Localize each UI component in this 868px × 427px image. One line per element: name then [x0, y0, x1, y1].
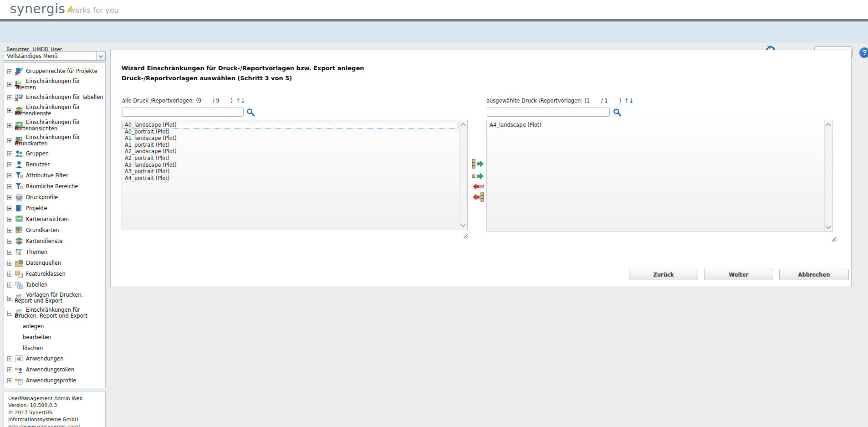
sidebar-item-gruppen[interactable]: +Gruppen [4, 149, 105, 159]
product-name: UserManagement Admin Web [8, 395, 101, 402]
expand-icon[interactable]: + [7, 82, 12, 87]
user-bar: Benutzer: UMDB_User Profil: MSSQL Sprach… [0, 21, 868, 42]
sidebar-item-löschen[interactable]: löschen [4, 343, 105, 354]
scroll-down-icon[interactable] [826, 224, 831, 229]
wizard-panel: Wizard Einschränkungen für Druck-/Report… [110, 50, 852, 287]
expand-icon[interactable]: + [7, 250, 12, 255]
sidebar-item-datenquellen[interactable]: +Datenquellen [4, 258, 105, 269]
list-item[interactable]: A1_landscape (Plot) [123, 135, 459, 142]
sidebar-item-anwendungsrollen[interactable]: +wAnwendungsrollen [4, 365, 105, 376]
sidebar-item-bearbeiten[interactable]: bearbeiten [4, 332, 105, 343]
cancel-button[interactable]: Abbrechen [779, 269, 849, 280]
menu-select-value: Vollständiges Menü [4, 53, 96, 59]
help-icon[interactable]: ? [859, 47, 868, 58]
search-icon[interactable] [613, 108, 622, 117]
expand-icon[interactable]: + [7, 173, 12, 178]
expand-icon[interactable]: + [7, 261, 12, 266]
expand-icon[interactable]: + [7, 239, 12, 244]
sidebar-item-vorlagen-für-drucken-report-und-export[interactable]: +Vorlagen für Drucken, Report und Export [4, 291, 105, 306]
sidebar-item-label: Kartenansichten [15, 216, 69, 223]
expand-icon[interactable]: + [7, 367, 12, 372]
menu-select[interactable]: Vollständiges Menü [4, 51, 106, 61]
resize-handle[interactable] [463, 233, 468, 238]
expand-icon[interactable]: + [7, 108, 12, 113]
list-item[interactable]: A2_portrait (Plot) [123, 155, 459, 162]
count-total: 1 [604, 98, 619, 104]
scroll-down-icon[interactable] [460, 222, 465, 227]
expand-icon[interactable]: + [7, 272, 12, 277]
expand-icon[interactable]: + [7, 283, 12, 288]
collapse-icon[interactable]: − [7, 311, 12, 316]
scrollbar[interactable] [459, 121, 467, 229]
expand-icon[interactable]: + [7, 69, 12, 74]
sidebar-item-label: Vorlagen für Drucken, Report und Export [15, 292, 83, 304]
expand-icon[interactable]: + [7, 123, 12, 128]
expand-icon[interactable]: + [7, 184, 12, 189]
sidebar-item-anwendungsprofile[interactable]: +wAnwendungsprofile [4, 376, 105, 386]
select-dropdown-button[interactable] [96, 51, 105, 60]
scrollbar[interactable] [824, 121, 832, 231]
sidebar-item-anlegen[interactable]: anlegen [4, 321, 105, 332]
sidebar-item-gruppenrechte-für-projekte[interactable]: +Gruppenrechte für Projekte [4, 66, 105, 77]
logo: synergis [10, 1, 73, 17]
sidebar-item-einschränkungen-für-drucken-report-und-export[interactable]: −Einschränkungen für Drucken, Report und… [4, 306, 105, 321]
sidebar-item-kartenansichten[interactable]: +Kartenansichten [4, 214, 105, 225]
sidebar-item-anwendungen[interactable]: +wAnwendungen [4, 354, 105, 365]
expand-icon[interactable]: + [7, 378, 12, 383]
sidebar-item-einschränkungen-für-kartendienste[interactable]: +Einschränkungen für Kartendienste [4, 103, 105, 118]
expand-icon[interactable]: + [7, 138, 12, 143]
expand-icon[interactable]: + [7, 217, 12, 222]
wizard-title: Wizard Einschränkungen für Druck-/Report… [122, 65, 364, 72]
count-current: 1 [587, 98, 601, 104]
sidebar-item-druckprofile[interactable]: +Druckprofile [4, 192, 105, 203]
move-all-left-button[interactable] [472, 192, 486, 202]
expand-icon[interactable]: + [7, 95, 12, 100]
sidebar-item-projekte[interactable]: +Projekte [4, 203, 105, 214]
list-item[interactable]: A3_landscape (Plot) [123, 162, 459, 169]
version-text: Version: 10.500.0.3 [8, 402, 101, 409]
sidebar-item-featureklassen[interactable]: +Featureklassen [4, 269, 105, 280]
list-item[interactable]: A0_landscape (Plot) [123, 122, 459, 129]
sidebar-item-label: Themen [15, 249, 47, 256]
expand-icon[interactable]: + [7, 195, 12, 200]
next-button[interactable]: Weiter [704, 269, 773, 280]
resize-handle[interactable] [831, 237, 836, 242]
sort-up-down-icon[interactable]: ↑↓ [624, 97, 633, 104]
sidebar-item-grundkarten[interactable]: +Grundkarten [4, 225, 105, 236]
list-item[interactable]: A0_portrait (Plot) [123, 129, 459, 135]
sort-up-down-icon[interactable]: ↑↓ [235, 97, 245, 104]
expand-icon[interactable]: + [7, 151, 12, 156]
sidebar-item-tabellen[interactable]: +Tabellen [4, 280, 105, 291]
sidebar-item-räumliche-bereiche[interactable]: +Räumliche Bereiche [4, 181, 105, 192]
move-selected-left-button[interactable] [472, 182, 486, 192]
expand-icon[interactable]: + [7, 162, 12, 167]
scroll-up-icon[interactable] [460, 123, 465, 128]
sidebar-item-kartendienste[interactable]: +Kartendienste [4, 236, 105, 247]
all-templates-search-input[interactable] [122, 108, 244, 117]
expand-icon[interactable]: + [7, 206, 12, 211]
move-all-right-button[interactable] [472, 159, 486, 169]
website-link[interactable]: http://www.mysynergis.com/ [8, 424, 80, 427]
list-item[interactable]: A4_landscape (Plot) [487, 122, 824, 129]
search-icon[interactable] [246, 108, 255, 117]
list-item[interactable]: A2_landscape (Plot) [123, 148, 459, 155]
sidebar-item-label: Räumliche Bereiche [15, 184, 78, 190]
sidebar-item-einschränkungen-für-kartenansichten[interactable]: +Einschränkungen für Kartenansichten [4, 118, 105, 133]
expand-icon[interactable]: + [7, 356, 12, 361]
list-item[interactable]: A4_portrait (Plot) [123, 175, 459, 182]
list-item[interactable]: A3_portrait (Plot) [123, 168, 459, 175]
sidebar-item-einschränkungen-für-tabellen[interactable]: +Einschränkungen für Tabellen [4, 92, 105, 103]
selected-templates-search-input[interactable] [487, 108, 610, 117]
move-selected-right-button[interactable] [472, 171, 486, 181]
scroll-up-icon[interactable] [826, 123, 831, 128]
sidebar-item-berichte[interactable]: +Berichte [4, 386, 105, 388]
back-button[interactable]: Zurück [629, 269, 698, 280]
sidebar-item-themen[interactable]: +Themen [4, 247, 105, 258]
expand-icon[interactable]: + [7, 296, 12, 301]
sidebar-item-benutzer[interactable]: +Benutzer [4, 159, 105, 170]
sidebar-item-attributive-filter[interactable]: +Attributive Filter [4, 170, 105, 181]
list-item[interactable]: A1_portrait (Plot) [123, 142, 459, 149]
expand-icon[interactable]: + [7, 228, 12, 233]
sidebar-item-einschränkungen-für-themen[interactable]: +Einschränkungen für Themen [4, 77, 105, 92]
sidebar-item-einschränkungen-für-grundkarten[interactable]: +Einschränkungen für Grundkarten [4, 133, 105, 148]
